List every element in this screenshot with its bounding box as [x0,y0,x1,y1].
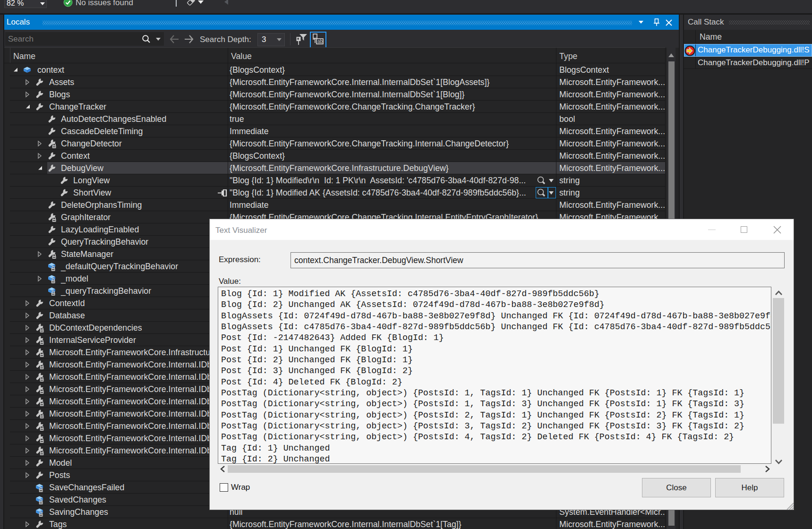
svg-text:ab: ab [317,39,323,44]
